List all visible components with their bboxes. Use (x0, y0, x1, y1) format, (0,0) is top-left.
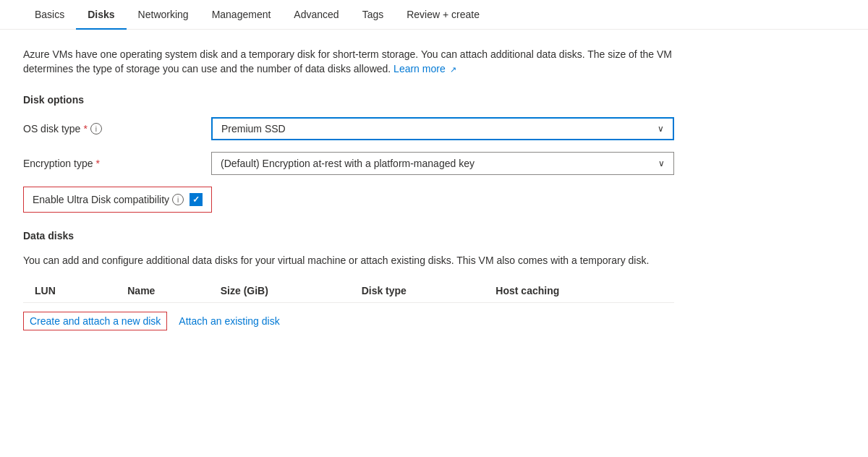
link-separator (167, 315, 179, 327)
col-disk-type: Disk type (362, 279, 496, 303)
os-disk-type-row: OS disk type * i Premium SSD ∨ (23, 117, 674, 140)
col-host-caching: Host caching (495, 279, 674, 303)
action-links: Create and attach a new disk Attach an e… (23, 312, 845, 330)
os-disk-type-dropdown[interactable]: Premium SSD ∨ (211, 117, 674, 140)
tab-review-create[interactable]: Review + create (395, 0, 491, 29)
ultra-disk-info-icon[interactable]: i (172, 194, 184, 205)
encryption-type-wrapper: (Default) Encryption at-rest with a plat… (211, 152, 674, 175)
page-description: Azure VMs have one operating system disk… (23, 47, 674, 77)
os-disk-info-icon[interactable]: i (90, 123, 102, 134)
table-header: LUN Name Size (GiB) Disk type Host cachi… (23, 279, 674, 303)
tab-tags[interactable]: Tags (351, 0, 396, 29)
col-size: Size (GiB) (221, 279, 362, 303)
data-disks-description: You can add and configure additional dat… (23, 253, 674, 268)
external-link-icon: ↗ (450, 62, 456, 77)
col-lun: LUN (23, 279, 127, 303)
data-disks-table: LUN Name Size (GiB) Disk type Host cachi… (23, 279, 674, 303)
tab-disks[interactable]: Disks (76, 0, 126, 29)
os-disk-type-wrapper: Premium SSD ∨ (211, 117, 674, 140)
data-disks-title: Data disks (23, 230, 845, 242)
nav-tabs: Basics Disks Networking Management Advan… (0, 0, 868, 30)
ultra-disk-label: Enable Ultra Disk compatibility i (33, 194, 184, 205)
encryption-type-chevron: ∨ (658, 158, 665, 168)
os-disk-required-star: * (83, 123, 87, 134)
ultra-disk-checkbox[interactable] (190, 193, 203, 206)
description-text: Azure VMs have one operating system disk… (23, 48, 672, 74)
encryption-required-star: * (96, 158, 100, 169)
encryption-type-row: Encryption type * (Default) Encryption a… (23, 152, 674, 175)
learn-more-link[interactable]: Learn more ↗ (393, 63, 456, 74)
tab-management[interactable]: Management (200, 0, 283, 29)
data-disks-section: Data disks You can add and configure add… (23, 230, 845, 330)
os-disk-type-chevron: ∨ (658, 124, 664, 134)
disk-options-title: Disk options (23, 94, 845, 106)
ultra-disk-section: Enable Ultra Disk compatibility i (23, 187, 674, 213)
main-content: Azure VMs have one operating system disk… (0, 30, 868, 348)
ultra-disk-checkbox-container[interactable]: Enable Ultra Disk compatibility i (23, 187, 212, 213)
os-disk-type-label: OS disk type * i (23, 123, 211, 134)
tab-advanced[interactable]: Advanced (282, 0, 350, 29)
tab-basics[interactable]: Basics (23, 0, 76, 29)
tab-networking[interactable]: Networking (127, 0, 200, 29)
disk-options-section: Disk options OS disk type * i Premium SS… (23, 94, 845, 175)
encryption-type-dropdown[interactable]: (Default) Encryption at-rest with a plat… (211, 152, 674, 175)
encryption-type-label: Encryption type * (23, 158, 211, 169)
table-header-row: LUN Name Size (GiB) Disk type Host cachi… (23, 279, 674, 303)
attach-existing-disk-link[interactable]: Attach an existing disk (179, 312, 279, 330)
col-name: Name (127, 279, 220, 303)
create-attach-disk-link[interactable]: Create and attach a new disk (23, 312, 167, 330)
